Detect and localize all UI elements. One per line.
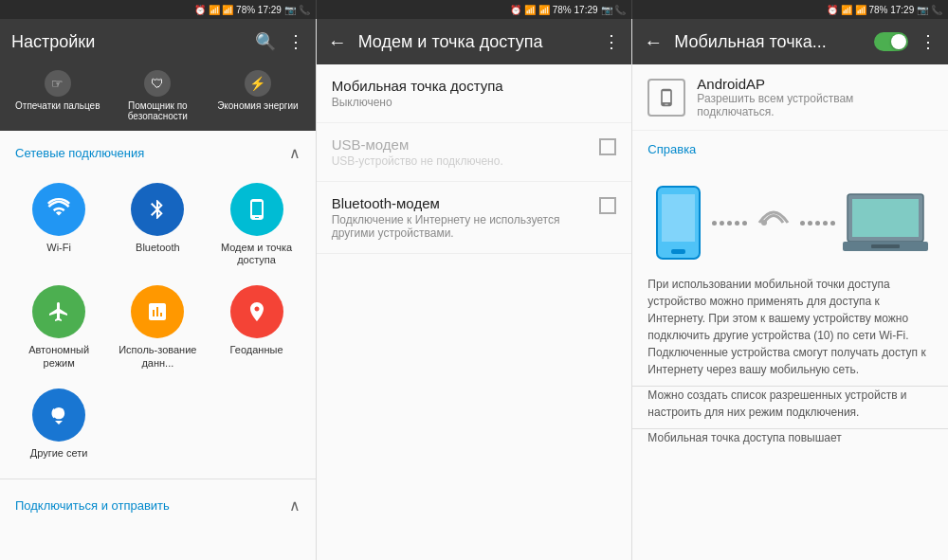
bluetooth-item[interactable]: Bluetooth [110, 175, 205, 274]
mobile-hotspot-title: Мобильная точка доступа [332, 78, 617, 94]
security-icon: 🛡 [144, 70, 171, 97]
ap-desc: Разрешить всем устройствам подключаться. [697, 92, 933, 118]
location-item[interactable]: Геоданные [209, 278, 303, 376]
help-section: Справка [632, 131, 948, 170]
device-illustration [632, 170, 948, 276]
usb-modem-row[interactable]: USB-модем USB-устройство не подключено. [317, 123, 632, 182]
battery-icon: ⚡ [245, 70, 271, 97]
data-usage-icon [131, 285, 184, 338]
status-extra-2: 📷 📞 [601, 5, 627, 15]
hotspot-title: Мобильная точка... [674, 32, 866, 52]
quick-actions-bar: ☞ Отпечатки пальцев 🛡 Помощник по безопа… [0, 64, 316, 131]
hotspot-top-right: ⋮ [874, 31, 937, 52]
wifi-label: Wi-Fi [46, 242, 71, 254]
data-usage-label: Исполь-зование данн... [114, 344, 201, 369]
status-extra-1: 📷 📞 [284, 5, 310, 15]
connect-chevron-icon[interactable]: ∧ [289, 497, 301, 515]
airplane-icon [32, 285, 85, 338]
settings-title: Настройки [11, 32, 247, 52]
screens-container: Настройки 🔍 ⋮ ☞ Отпечатки пальцев 🛡 Помо… [0, 19, 948, 560]
fingerprint-icon: ☞ [45, 70, 71, 97]
status-extra-3: 📷 📞 [917, 5, 942, 15]
modem-more-icon[interactable]: ⋮ [603, 31, 620, 52]
svg-rect-8 [871, 244, 900, 248]
hotspot-more-icon[interactable]: ⋮ [920, 31, 937, 52]
data-usage-item[interactable]: Исполь-зование данн... [110, 278, 205, 376]
divider-1 [0, 479, 316, 479]
quick-action-battery[interactable]: ⚡ Экономия энергии [208, 70, 308, 121]
status-bar-panel-2: ⏰ 📶 📶 78% 17:29 📷 📞 [317, 0, 633, 19]
other-networks-item[interactable]: Другие сети [11, 381, 106, 467]
network-section-header: Сетевые подключения ∧ [0, 131, 316, 168]
help-title: Справка [647, 142, 933, 156]
hotspot-top-bar: ← Мобильная точка... ⋮ [632, 19, 948, 64]
modem-title: Модем и точка доступа [358, 32, 596, 52]
bluetooth-label: Bluetooth [136, 242, 179, 254]
quick-action-fingerprint-label: Отпечатки пальцев [15, 100, 100, 111]
modem-icon [230, 183, 283, 236]
quick-action-fingerprint[interactable]: ☞ Отпечатки пальцев [8, 70, 108, 121]
connect-section-title: Подключиться и отправить [15, 498, 170, 513]
wifi-item[interactable]: Wi-Fi [11, 175, 106, 274]
svg-point-3 [761, 220, 767, 226]
back-arrow-icon[interactable]: ← [328, 31, 347, 53]
help-text-1: При использовании мобильной точки доступ… [632, 276, 948, 386]
airplane-label: Автономный режим [15, 344, 102, 369]
bluetooth-icon [131, 183, 184, 236]
settings-top-actions: 🔍 ⋮ [255, 31, 304, 52]
modem-item[interactable]: Модем и точка доступа [209, 175, 303, 274]
more-icon[interactable]: ⋮ [287, 31, 304, 52]
search-icon[interactable]: 🔍 [255, 31, 276, 52]
help-text-2: Можно создать список разрешенных устройс… [632, 387, 948, 428]
quick-action-security-label: Помощник по безопасности [108, 100, 209, 121]
svg-rect-1 [662, 194, 695, 242]
modem-screen: ← Модем и точка доступа ⋮ Мобильная точк… [317, 19, 633, 560]
settings-content: Сетевые подключения ∧ Wi-Fi [0, 131, 316, 560]
modem-label: Модем и точка доступа [212, 242, 300, 266]
svg-rect-2 [671, 249, 685, 254]
quick-action-security[interactable]: 🛡 Помощник по безопасности [108, 70, 209, 121]
network-chevron-icon[interactable]: ∧ [289, 144, 301, 162]
status-icons-2: ⏰ 📶 📶 78% 17:29 [510, 5, 597, 15]
hotspot-content: AndroidAP Разрешить всем устройствам под… [632, 64, 948, 560]
ap-info: AndroidAP Разрешить всем устройствам под… [697, 76, 933, 118]
settings-top-bar: Настройки 🔍 ⋮ [0, 19, 316, 64]
location-icon [230, 285, 283, 338]
status-icons-3: ⏰ 📶 📶 78% 17:29 [827, 5, 914, 15]
usb-modem-checkbox[interactable] [599, 138, 616, 155]
signal-waves-icon [755, 194, 793, 251]
phone-svg-icon [652, 185, 704, 261]
status-bar: ⏰ 📶 📶 78% 17:29 📷 📞 ⏰ 📶 📶 78% 17:29 📷 📞 … [0, 0, 948, 19]
svg-rect-6 [852, 199, 919, 237]
network-section-title: Сетевые подключения [15, 146, 144, 160]
location-label: Геоданные [230, 344, 283, 356]
help-text-3: Мобильная точка доступа повышает [632, 429, 948, 454]
status-bar-panel-1: ⏰ 📶 📶 78% 17:29 📷 📞 [0, 0, 317, 19]
usb-modem-subtitle: USB-устройство не подключено. [332, 154, 503, 168]
bluetooth-modem-subtitle: Подключение к Интернету не используется … [332, 213, 592, 240]
hotspot-toggle[interactable] [874, 32, 908, 51]
status-bar-panel-3: ⏰ 📶 📶 78% 17:29 📷 📞 [632, 0, 948, 19]
airplane-item[interactable]: Автономный режим [11, 278, 106, 376]
bluetooth-modem-checkbox[interactable] [599, 197, 616, 214]
ap-name: AndroidAP [697, 76, 933, 92]
bluetooth-modem-row[interactable]: Bluetooth-модем Подключение к Интернету … [317, 182, 632, 254]
modem-content: Мобильная точка доступа Выключено USB-мо… [317, 64, 632, 560]
hotspot-screen: ← Мобильная точка... ⋮ AndroidAP Разреши… [632, 19, 948, 560]
connect-section-header: Подключиться и отправить ∧ [0, 483, 316, 520]
mobile-hotspot-row[interactable]: Мобильная точка доступа Выключено [317, 64, 632, 123]
modem-top-bar: ← Модем и точка доступа ⋮ [317, 19, 632, 64]
status-icons-1: ⏰ 📶 📶 78% 17:29 [194, 5, 282, 15]
wifi-icon [32, 183, 85, 236]
ap-device-icon [647, 79, 685, 117]
other-networks-label: Другие сети [30, 447, 88, 460]
network-icon-grid: Wi-Fi Bluetooth [0, 168, 316, 475]
mobile-hotspot-status: Выключено [332, 96, 617, 109]
toggle-knob [891, 34, 906, 49]
laptop-svg-icon [843, 190, 928, 256]
ap-row[interactable]: AndroidAP Разрешить всем устройствам под… [632, 64, 948, 131]
hotspot-back-icon[interactable]: ← [644, 31, 663, 53]
usb-modem-title: USB-модем [332, 136, 503, 153]
settings-screen: Настройки 🔍 ⋮ ☞ Отпечатки пальцев 🛡 Помо… [0, 19, 317, 560]
connector-dots [712, 221, 747, 226]
